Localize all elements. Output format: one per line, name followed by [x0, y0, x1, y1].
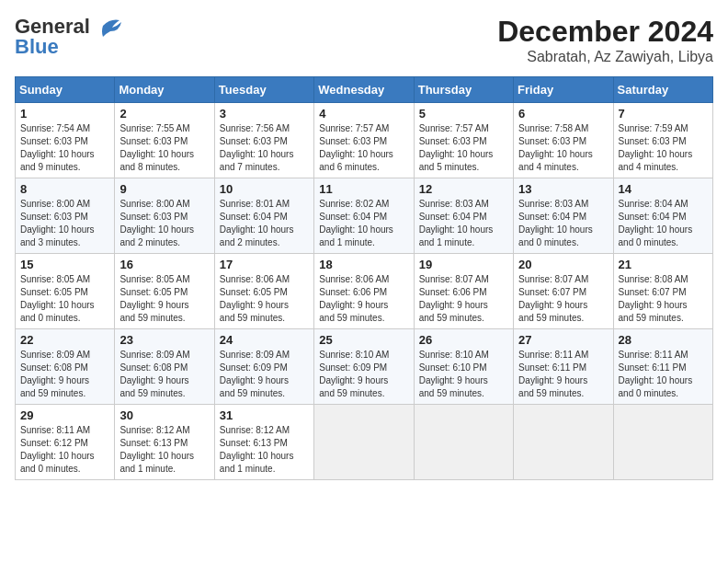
weekday-header-saturday: Saturday	[613, 77, 712, 103]
empty-cell	[514, 405, 613, 480]
day-cell-27: 27Sunrise: 8:11 AM Sunset: 6:11 PM Dayli…	[514, 329, 613, 405]
day-cell-26: 26Sunrise: 8:10 AM Sunset: 6:10 PM Dayli…	[414, 329, 513, 405]
day-info: Sunrise: 8:10 AM Sunset: 6:09 PM Dayligh…	[319, 349, 408, 400]
day-info: Sunrise: 8:07 AM Sunset: 6:06 PM Dayligh…	[419, 273, 508, 325]
day-number: 10	[220, 182, 309, 196]
day-number: 30	[119, 408, 209, 422]
day-cell-29: 29Sunrise: 8:11 AM Sunset: 6:12 PM Dayli…	[16, 405, 115, 480]
day-number: 15	[20, 258, 109, 271]
day-cell-7: 7Sunrise: 7:59 AM Sunset: 6:03 PM Daylig…	[613, 103, 712, 178]
title-block: December 2024 Sabratah, Az Zawiyah, Liby…	[497, 15, 713, 65]
day-cell-3: 3Sunrise: 7:56 AM Sunset: 6:03 PM Daylig…	[214, 103, 313, 178]
day-cell-9: 9Sunrise: 8:00 AM Sunset: 6:03 PM Daylig…	[115, 178, 214, 254]
day-cell-25: 25Sunrise: 8:10 AM Sunset: 6:09 PM Dayli…	[314, 329, 414, 405]
day-info: Sunrise: 8:08 AM Sunset: 6:07 PM Dayligh…	[619, 273, 708, 325]
day-number: 22	[20, 333, 109, 347]
weekday-header-tuesday: Tuesday	[214, 77, 313, 103]
day-info: Sunrise: 8:03 AM Sunset: 6:04 PM Dayligh…	[419, 198, 508, 249]
day-number: 3	[220, 107, 309, 121]
day-cell-11: 11Sunrise: 8:02 AM Sunset: 6:04 PM Dayli…	[314, 178, 414, 254]
day-info: Sunrise: 8:06 AM Sunset: 6:05 PM Dayligh…	[220, 273, 309, 325]
day-number: 9	[119, 182, 209, 196]
weekday-header-friday: Friday	[514, 77, 613, 103]
day-number: 23	[119, 333, 209, 347]
logo-bird-icon	[94, 17, 121, 37]
day-cell-16: 16Sunrise: 8:05 AM Sunset: 6:05 PM Dayli…	[115, 254, 214, 329]
day-cell-23: 23Sunrise: 8:09 AM Sunset: 6:08 PM Dayli…	[115, 329, 214, 405]
day-cell-14: 14Sunrise: 8:04 AM Sunset: 6:04 PM Dayli…	[613, 178, 712, 254]
day-info: Sunrise: 8:05 AM Sunset: 6:05 PM Dayligh…	[119, 273, 209, 325]
day-number: 13	[518, 182, 608, 196]
day-info: Sunrise: 8:11 AM Sunset: 6:11 PM Dayligh…	[619, 349, 708, 400]
day-cell-21: 21Sunrise: 8:08 AM Sunset: 6:07 PM Dayli…	[613, 254, 712, 329]
day-number: 28	[619, 333, 708, 347]
day-cell-10: 10Sunrise: 8:01 AM Sunset: 6:04 PM Dayli…	[214, 178, 313, 254]
day-info: Sunrise: 7:57 AM Sunset: 6:03 PM Dayligh…	[419, 122, 508, 174]
day-cell-13: 13Sunrise: 8:03 AM Sunset: 6:04 PM Dayli…	[514, 178, 613, 254]
day-info: Sunrise: 7:57 AM Sunset: 6:03 PM Dayligh…	[319, 122, 408, 174]
logo-blue: Blue	[15, 35, 59, 59]
day-info: Sunrise: 8:07 AM Sunset: 6:07 PM Dayligh…	[518, 273, 608, 325]
day-info: Sunrise: 8:09 AM Sunset: 6:08 PM Dayligh…	[119, 349, 209, 400]
weekday-header-thursday: Thursday	[414, 77, 513, 103]
day-cell-30: 30Sunrise: 8:12 AM Sunset: 6:13 PM Dayli…	[115, 405, 214, 480]
day-number: 25	[319, 333, 408, 347]
day-info: Sunrise: 8:12 AM Sunset: 6:13 PM Dayligh…	[119, 424, 209, 476]
day-number: 18	[319, 258, 408, 271]
empty-cell	[414, 405, 513, 480]
weekday-header-row: SundayMondayTuesdayWednesdayThursdayFrid…	[16, 77, 713, 103]
week-row-3: 15Sunrise: 8:05 AM Sunset: 6:05 PM Dayli…	[16, 254, 713, 329]
day-info: Sunrise: 8:11 AM Sunset: 6:11 PM Dayligh…	[518, 349, 608, 400]
day-info: Sunrise: 7:59 AM Sunset: 6:03 PM Dayligh…	[619, 122, 708, 174]
location-subtitle: Sabratah, Az Zawiyah, Libya	[497, 49, 713, 65]
week-row-2: 8Sunrise: 8:00 AM Sunset: 6:03 PM Daylig…	[16, 178, 713, 254]
day-cell-2: 2Sunrise: 7:55 AM Sunset: 6:03 PM Daylig…	[115, 103, 214, 178]
logo: General Blue	[15, 15, 121, 59]
day-info: Sunrise: 7:54 AM Sunset: 6:03 PM Dayligh…	[20, 122, 109, 174]
day-info: Sunrise: 8:09 AM Sunset: 6:08 PM Dayligh…	[20, 349, 109, 400]
weekday-header-monday: Monday	[115, 77, 214, 103]
day-number: 19	[419, 258, 508, 271]
day-cell-6: 6Sunrise: 7:58 AM Sunset: 6:03 PM Daylig…	[514, 103, 613, 178]
day-number: 8	[20, 182, 109, 196]
day-number: 26	[419, 333, 508, 347]
day-info: Sunrise: 8:05 AM Sunset: 6:05 PM Dayligh…	[20, 273, 109, 325]
empty-cell	[314, 405, 414, 480]
page-header: General Blue December 2024 Sabratah, Az …	[15, 15, 713, 65]
day-cell-20: 20Sunrise: 8:07 AM Sunset: 6:07 PM Dayli…	[514, 254, 613, 329]
day-number: 4	[319, 107, 408, 121]
day-number: 24	[220, 333, 309, 347]
day-cell-1: 1Sunrise: 7:54 AM Sunset: 6:03 PM Daylig…	[16, 103, 115, 178]
day-number: 2	[119, 107, 209, 121]
day-info: Sunrise: 8:11 AM Sunset: 6:12 PM Dayligh…	[20, 424, 109, 476]
day-cell-4: 4Sunrise: 7:57 AM Sunset: 6:03 PM Daylig…	[314, 103, 414, 178]
day-number: 11	[319, 182, 408, 196]
day-info: Sunrise: 8:12 AM Sunset: 6:13 PM Dayligh…	[220, 424, 309, 476]
calendar-table: SundayMondayTuesdayWednesdayThursdayFrid…	[15, 76, 713, 480]
day-number: 31	[220, 408, 309, 422]
day-number: 21	[619, 258, 708, 271]
day-info: Sunrise: 7:56 AM Sunset: 6:03 PM Dayligh…	[220, 122, 309, 174]
day-cell-31: 31Sunrise: 8:12 AM Sunset: 6:13 PM Dayli…	[214, 405, 313, 480]
day-cell-17: 17Sunrise: 8:06 AM Sunset: 6:05 PM Dayli…	[214, 254, 313, 329]
day-info: Sunrise: 7:55 AM Sunset: 6:03 PM Dayligh…	[119, 122, 209, 174]
day-cell-18: 18Sunrise: 8:06 AM Sunset: 6:06 PM Dayli…	[314, 254, 414, 329]
day-info: Sunrise: 8:10 AM Sunset: 6:10 PM Dayligh…	[419, 349, 508, 400]
day-number: 7	[619, 107, 708, 121]
month-title: December 2024	[497, 15, 713, 49]
day-number: 6	[518, 107, 608, 121]
day-cell-8: 8Sunrise: 8:00 AM Sunset: 6:03 PM Daylig…	[16, 178, 115, 254]
day-info: Sunrise: 8:06 AM Sunset: 6:06 PM Dayligh…	[319, 273, 408, 325]
day-cell-19: 19Sunrise: 8:07 AM Sunset: 6:06 PM Dayli…	[414, 254, 513, 329]
day-cell-12: 12Sunrise: 8:03 AM Sunset: 6:04 PM Dayli…	[414, 178, 513, 254]
day-info: Sunrise: 8:01 AM Sunset: 6:04 PM Dayligh…	[220, 198, 309, 249]
day-number: 17	[220, 258, 309, 271]
day-number: 16	[119, 258, 209, 271]
day-info: Sunrise: 8:04 AM Sunset: 6:04 PM Dayligh…	[619, 198, 708, 249]
day-cell-28: 28Sunrise: 8:11 AM Sunset: 6:11 PM Dayli…	[613, 329, 712, 405]
weekday-header-wednesday: Wednesday	[314, 77, 414, 103]
day-number: 14	[619, 182, 708, 196]
day-info: Sunrise: 8:00 AM Sunset: 6:03 PM Dayligh…	[20, 198, 109, 249]
week-row-1: 1Sunrise: 7:54 AM Sunset: 6:03 PM Daylig…	[16, 103, 713, 178]
empty-cell	[613, 405, 712, 480]
